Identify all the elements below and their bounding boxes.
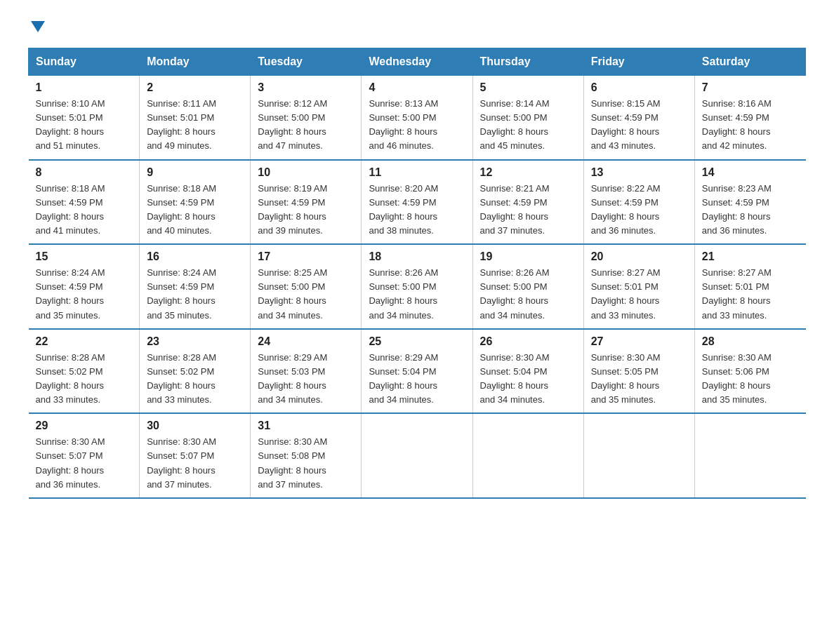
day-number: 13 — [591, 166, 687, 179]
day-number: 23 — [147, 335, 243, 348]
day-info: Sunrise: 8:22 AMSunset: 4:59 PMDaylight:… — [591, 182, 687, 239]
calendar-cell: 12Sunrise: 8:21 AMSunset: 4:59 PMDayligh… — [472, 160, 583, 245]
day-number: 8 — [36, 166, 133, 179]
calendar-cell: 7Sunrise: 8:16 AMSunset: 4:59 PMDaylight… — [694, 76, 805, 160]
day-info: Sunrise: 8:23 AMSunset: 4:59 PMDaylight:… — [702, 182, 799, 239]
day-info: Sunrise: 8:24 AMSunset: 4:59 PMDaylight:… — [36, 266, 133, 323]
day-info: Sunrise: 8:28 AMSunset: 5:02 PMDaylight:… — [147, 351, 243, 408]
calendar-cell: 9Sunrise: 8:18 AMSunset: 4:59 PMDaylight… — [140, 160, 251, 245]
day-info: Sunrise: 8:18 AMSunset: 4:59 PMDaylight:… — [147, 182, 243, 239]
day-number: 24 — [258, 335, 354, 348]
header-row: Sunday Monday Tuesday Wednesday Thursday… — [29, 48, 806, 76]
day-number: 10 — [258, 166, 354, 179]
calendar-cell: 15Sunrise: 8:24 AMSunset: 4:59 PMDayligh… — [29, 244, 140, 329]
col-wednesday: Wednesday — [362, 48, 472, 76]
day-info: Sunrise: 8:26 AMSunset: 5:00 PMDaylight:… — [480, 266, 576, 323]
calendar-cell: 2Sunrise: 8:11 AMSunset: 5:01 PMDaylight… — [140, 76, 251, 160]
day-number: 5 — [480, 81, 576, 94]
day-number: 6 — [591, 81, 687, 94]
day-number: 21 — [702, 250, 799, 263]
calendar-cell: 3Sunrise: 8:12 AMSunset: 5:00 PMDaylight… — [251, 76, 362, 160]
day-info: Sunrise: 8:30 AMSunset: 5:04 PMDaylight:… — [480, 351, 576, 408]
day-info: Sunrise: 8:26 AMSunset: 5:00 PMDaylight:… — [369, 266, 465, 323]
day-number: 3 — [258, 81, 354, 94]
calendar-cell — [694, 413, 805, 498]
calendar-cell: 22Sunrise: 8:28 AMSunset: 5:02 PMDayligh… — [29, 329, 140, 414]
calendar-cell — [583, 413, 694, 498]
day-number: 7 — [702, 81, 799, 94]
day-info: Sunrise: 8:13 AMSunset: 5:00 PMDaylight:… — [369, 97, 465, 154]
calendar-cell: 20Sunrise: 8:27 AMSunset: 5:01 PMDayligh… — [583, 244, 694, 329]
day-number: 11 — [369, 166, 465, 179]
calendar-cell: 29Sunrise: 8:30 AMSunset: 5:07 PMDayligh… — [29, 413, 140, 498]
day-info: Sunrise: 8:18 AMSunset: 4:59 PMDaylight:… — [36, 182, 133, 239]
day-info: Sunrise: 8:19 AMSunset: 4:59 PMDaylight:… — [258, 182, 354, 239]
calendar-cell: 13Sunrise: 8:22 AMSunset: 4:59 PMDayligh… — [583, 160, 694, 245]
calendar-week-3: 15Sunrise: 8:24 AMSunset: 4:59 PMDayligh… — [29, 244, 806, 329]
day-number: 1 — [36, 81, 133, 94]
col-tuesday: Tuesday — [251, 48, 362, 76]
day-number: 17 — [258, 250, 354, 263]
day-number: 29 — [36, 420, 133, 432]
day-info: Sunrise: 8:29 AMSunset: 5:04 PMDaylight:… — [369, 351, 465, 408]
logo — [28, 21, 45, 34]
col-monday: Monday — [140, 48, 251, 76]
day-info: Sunrise: 8:21 AMSunset: 4:59 PMDaylight:… — [480, 182, 576, 239]
calendar-cell: 1Sunrise: 8:10 AMSunset: 5:01 PMDaylight… — [29, 76, 140, 160]
calendar-week-4: 22Sunrise: 8:28 AMSunset: 5:02 PMDayligh… — [29, 329, 806, 414]
day-number: 28 — [702, 335, 799, 348]
day-number: 30 — [147, 420, 243, 432]
calendar-cell: 16Sunrise: 8:24 AMSunset: 4:59 PMDayligh… — [140, 244, 251, 329]
day-info: Sunrise: 8:15 AMSunset: 4:59 PMDaylight:… — [591, 97, 687, 154]
day-info: Sunrise: 8:30 AMSunset: 5:07 PMDaylight:… — [36, 435, 133, 492]
calendar-week-2: 8Sunrise: 8:18 AMSunset: 4:59 PMDaylight… — [29, 160, 806, 245]
day-number: 22 — [36, 335, 133, 348]
day-info: Sunrise: 8:10 AMSunset: 5:01 PMDaylight:… — [36, 97, 133, 154]
day-number: 14 — [702, 166, 799, 179]
day-number: 18 — [369, 250, 465, 263]
day-info: Sunrise: 8:29 AMSunset: 5:03 PMDaylight:… — [258, 351, 354, 408]
day-number: 12 — [480, 166, 576, 179]
logo-triangle-icon — [31, 21, 45, 32]
day-info: Sunrise: 8:20 AMSunset: 4:59 PMDaylight:… — [369, 182, 465, 239]
day-info: Sunrise: 8:11 AMSunset: 5:01 PMDaylight:… — [147, 97, 243, 154]
day-number: 4 — [369, 81, 465, 94]
page-header — [28, 21, 806, 34]
day-info: Sunrise: 8:12 AMSunset: 5:00 PMDaylight:… — [258, 97, 354, 154]
calendar-cell: 31Sunrise: 8:30 AMSunset: 5:08 PMDayligh… — [251, 413, 362, 498]
calendar-week-5: 29Sunrise: 8:30 AMSunset: 5:07 PMDayligh… — [29, 413, 806, 498]
col-friday: Friday — [583, 48, 694, 76]
calendar-cell — [472, 413, 583, 498]
day-info: Sunrise: 8:30 AMSunset: 5:08 PMDaylight:… — [258, 435, 354, 492]
day-info: Sunrise: 8:30 AMSunset: 5:07 PMDaylight:… — [147, 435, 243, 492]
calendar-cell: 30Sunrise: 8:30 AMSunset: 5:07 PMDayligh… — [140, 413, 251, 498]
calendar-table: Sunday Monday Tuesday Wednesday Thursday… — [28, 48, 806, 499]
day-info: Sunrise: 8:14 AMSunset: 5:00 PMDaylight:… — [480, 97, 576, 154]
calendar-cell: 18Sunrise: 8:26 AMSunset: 5:00 PMDayligh… — [362, 244, 472, 329]
calendar-cell: 14Sunrise: 8:23 AMSunset: 4:59 PMDayligh… — [694, 160, 805, 245]
calendar-cell: 27Sunrise: 8:30 AMSunset: 5:05 PMDayligh… — [583, 329, 694, 414]
calendar-cell: 25Sunrise: 8:29 AMSunset: 5:04 PMDayligh… — [362, 329, 472, 414]
day-number: 19 — [480, 250, 576, 263]
day-number: 20 — [591, 250, 687, 263]
col-thursday: Thursday — [472, 48, 583, 76]
day-info: Sunrise: 8:30 AMSunset: 5:05 PMDaylight:… — [591, 351, 687, 408]
calendar-cell: 10Sunrise: 8:19 AMSunset: 4:59 PMDayligh… — [251, 160, 362, 245]
calendar-cell: 4Sunrise: 8:13 AMSunset: 5:00 PMDaylight… — [362, 76, 472, 160]
calendar-week-1: 1Sunrise: 8:10 AMSunset: 5:01 PMDaylight… — [29, 76, 806, 160]
col-sunday: Sunday — [29, 48, 140, 76]
calendar-cell: 21Sunrise: 8:27 AMSunset: 5:01 PMDayligh… — [694, 244, 805, 329]
calendar-cell: 23Sunrise: 8:28 AMSunset: 5:02 PMDayligh… — [140, 329, 251, 414]
day-info: Sunrise: 8:16 AMSunset: 4:59 PMDaylight:… — [702, 97, 799, 154]
calendar-header: Sunday Monday Tuesday Wednesday Thursday… — [29, 48, 806, 76]
day-info: Sunrise: 8:24 AMSunset: 4:59 PMDaylight:… — [147, 266, 243, 323]
day-number: 2 — [147, 81, 243, 94]
day-info: Sunrise: 8:27 AMSunset: 5:01 PMDaylight:… — [702, 266, 799, 323]
day-number: 27 — [591, 335, 687, 348]
day-number: 15 — [36, 250, 133, 263]
day-info: Sunrise: 8:25 AMSunset: 5:00 PMDaylight:… — [258, 266, 354, 323]
calendar-cell: 26Sunrise: 8:30 AMSunset: 5:04 PMDayligh… — [472, 329, 583, 414]
calendar-cell: 8Sunrise: 8:18 AMSunset: 4:59 PMDaylight… — [29, 160, 140, 245]
col-saturday: Saturday — [694, 48, 805, 76]
day-number: 31 — [258, 420, 354, 432]
